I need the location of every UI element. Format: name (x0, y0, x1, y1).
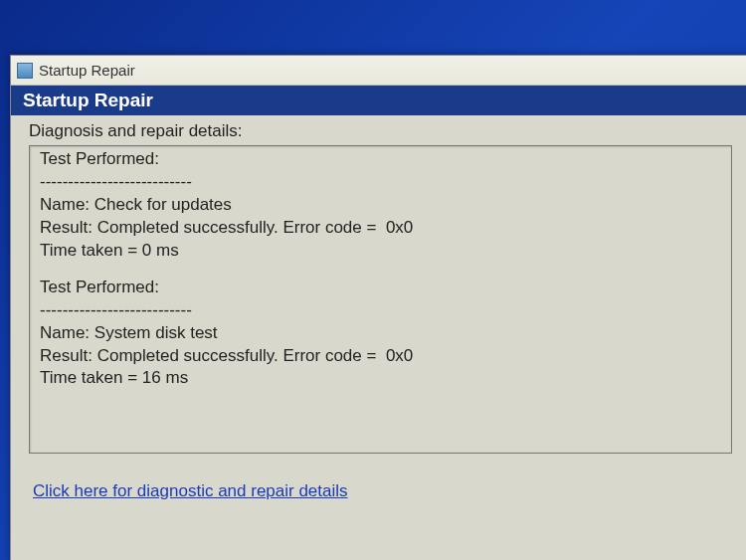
test-header: Test Performed: (40, 277, 721, 299)
test-divider: --------------------------- (40, 299, 721, 322)
test-result-line: Result: Completed successfully. Error co… (40, 345, 721, 368)
window-title: Startup Repair (39, 62, 135, 79)
window-icon (17, 63, 33, 79)
test-result-line: Result: Completed successfully. Error co… (40, 217, 721, 240)
test-block: Test Performed: ------------------------… (40, 277, 721, 391)
test-time-line: Time taken = 16 ms (40, 367, 721, 390)
diagnostic-details-link[interactable]: Click here for diagnostic and repair det… (33, 481, 348, 500)
page-header: Startup Repair (11, 86, 746, 115)
window-titlebar: Startup Repair (11, 56, 746, 86)
test-name-line: Name: Check for updates (40, 194, 721, 217)
test-header: Test Performed: (40, 148, 721, 171)
test-time-line: Time taken = 0 ms (40, 240, 721, 263)
test-name-line: Name: System disk test (40, 322, 721, 345)
diagnosis-log-box: Test Performed: ------------------------… (29, 145, 732, 454)
content-area: Diagnosis and repair details: Test Perfo… (11, 115, 746, 501)
startup-repair-window: Startup Repair Startup Repair Diagnosis … (10, 55, 746, 560)
test-block: Test Performed: ------------------------… (40, 148, 721, 263)
section-label: Diagnosis and repair details: (29, 121, 732, 141)
test-divider: --------------------------- (40, 171, 721, 194)
link-row: Click here for diagnostic and repair det… (29, 454, 732, 501)
